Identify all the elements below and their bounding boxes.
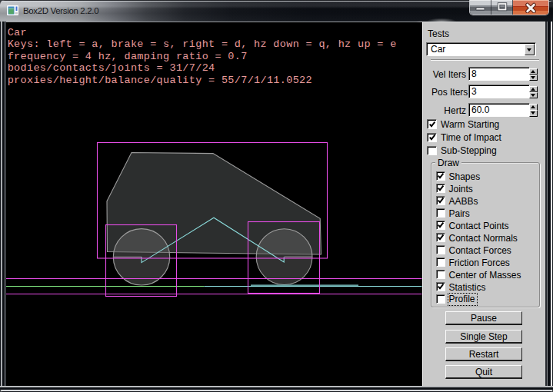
svg-text:Keys: left = a, brake = s, rig: Keys: left = a, brake = s, right = d, hz…	[8, 38, 397, 50]
svg-text:proxies/height/balance/quality: proxies/height/balance/quality = 55/7/1/…	[8, 75, 312, 86]
svg-text:bodies/contacts/joints = 31/7/: bodies/contacts/joints = 31/7/24	[8, 62, 215, 74]
svg-text:frequency = 4 hz, damping rati: frequency = 4 hz, damping ratio = 0.7	[8, 51, 248, 62]
svg-text:Car: Car	[8, 27, 27, 38]
